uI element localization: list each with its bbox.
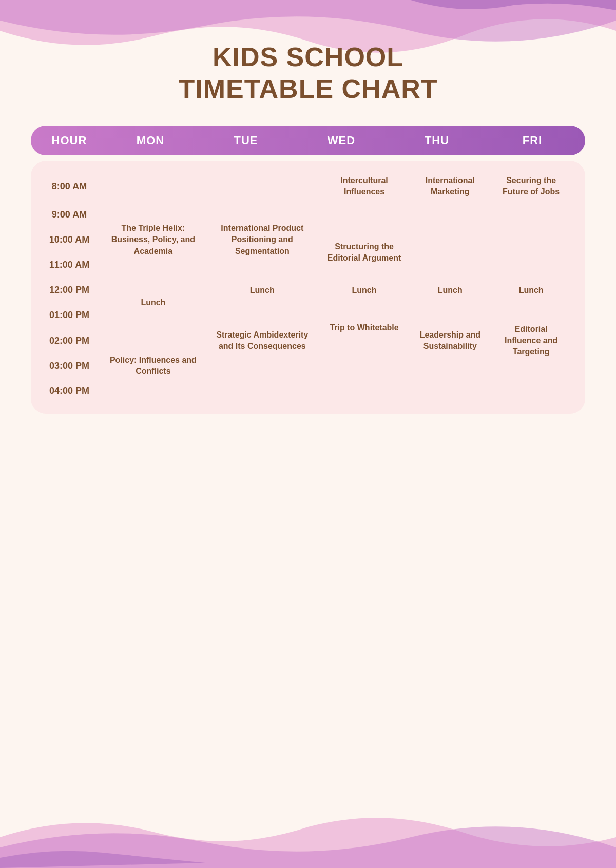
table-row: 8:00 AM Intercultural Influences Interna…: [36, 171, 580, 202]
cell-1000-thu: [408, 227, 492, 252]
cell-lunch-fri: Lunch: [492, 278, 570, 303]
timetable: HOUR MON TUE WED THU FRI 8:00 AM Intercu…: [31, 126, 585, 414]
cell-800-fri: Securing the Future of Jobs: [492, 171, 570, 202]
cell-1400-wed: [570, 328, 580, 353]
time-1100am: 11:00 AM: [36, 252, 103, 278]
cell-1100-fri: [492, 252, 570, 278]
header-thu: THU: [389, 126, 485, 155]
time-1000am: 10:00 AM: [36, 227, 103, 252]
cell-1600-wed: [321, 379, 408, 404]
time-0300pm: 03:00 PM: [36, 353, 103, 379]
cell-lunch-tue: Lunch: [204, 278, 321, 303]
page-title: KIDS SCHOOL TIMETABLE CHART: [31, 41, 585, 105]
time-1200pm: 12:00 PM: [36, 278, 103, 303]
cell-1100-thu: [408, 252, 492, 278]
cell-1300-1500-tue: Strategic Ambidexterity and Its Conseque…: [204, 303, 321, 379]
time-0100pm: 01:00 PM: [36, 303, 103, 328]
cell-1000-1100-wed: Structuring the Editorial Argument: [321, 227, 408, 278]
cell-1500-wed: [321, 353, 408, 379]
cell-900-thu: [408, 202, 492, 227]
cell-800-mon: [103, 171, 204, 202]
cell-900-1100-tue: International Product Positioning and Se…: [204, 202, 321, 278]
cell-1300-1500-thu: Leadership and Sustainability: [408, 303, 492, 379]
table-row: 12:00 PM Lunch Lunch Lunch Lunch Lunch: [36, 278, 580, 303]
cell-1600-tue: [204, 379, 321, 404]
cell-800-tue: [204, 171, 321, 202]
cell-800-thu: International Marketing: [408, 171, 492, 202]
timetable-body: 8:00 AM Intercultural Influences Interna…: [31, 161, 585, 414]
wave-bottom-decoration: [0, 806, 616, 868]
time-900am: 9:00 AM: [36, 202, 103, 227]
schedule-table: 8:00 AM Intercultural Influences Interna…: [36, 171, 580, 404]
cell-1300-1500-fri: Editorial Influence and Targeting: [492, 303, 570, 379]
cell-1000-fri: [492, 227, 570, 252]
time-0200pm: 02:00 PM: [36, 328, 103, 353]
header-tue: TUE: [198, 126, 294, 155]
cell-800-wed: Intercultural Influences: [321, 171, 408, 202]
header-mon: MON: [103, 126, 198, 155]
cell-1600-thu: [408, 379, 492, 404]
cell-900-wed: [321, 202, 408, 227]
time-800am: 8:00 AM: [36, 171, 103, 202]
cell-1300-1400-wed: Trip to Whitetable: [321, 303, 408, 353]
header-fri: FRI: [485, 126, 580, 155]
header-hour: HOUR: [36, 126, 103, 155]
cell-1300-1500-mon: Policy: Influences and Conflicts: [103, 328, 204, 404]
time-0400pm: 04:00 PM: [36, 379, 103, 404]
table-row: 9:00 AM The Triple Helix: Business, Poli…: [36, 202, 580, 227]
cell-lunch-wed: Lunch: [321, 278, 408, 303]
header-wed: WED: [294, 126, 389, 155]
header-row: HOUR MON TUE WED THU FRI: [31, 126, 585, 155]
cell-900-1100-mon: The Triple Helix: Business, Policy, and …: [103, 202, 204, 278]
cell-lunch-mon: Lunch: [103, 278, 204, 328]
cell-1600-fri: [492, 379, 570, 404]
cell-lunch-thu: Lunch: [408, 278, 492, 303]
cell-900-fri: [492, 202, 570, 227]
